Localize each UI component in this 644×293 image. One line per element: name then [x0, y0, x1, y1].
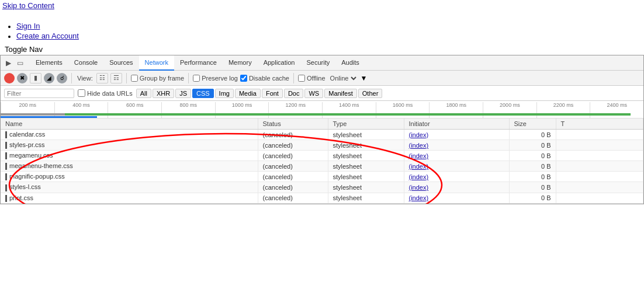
- offline-group: Offline: [298, 75, 326, 82]
- camera-button[interactable]: ▮: [30, 73, 41, 83]
- filter-other-button[interactable]: Other: [358, 89, 383, 98]
- nav-item-signin: Sign In: [16, 22, 639, 30]
- offline-checkbox[interactable]: [298, 75, 305, 82]
- clear-button[interactable]: ✖: [17, 73, 27, 83]
- timeline-blue-bar: [1, 116, 97, 118]
- tab-memory[interactable]: Memory: [223, 55, 258, 71]
- group-by-frame-checkbox[interactable]: [131, 75, 138, 82]
- table-header-row: Name Status Type Initiator Size T: [1, 118, 643, 130]
- hide-data-urls-group: Hide data URLs: [78, 89, 133, 97]
- network-table-container: Name Status Type Initiator Size T calend…: [1, 118, 643, 204]
- initiator-link[interactable]: (index): [409, 173, 429, 180]
- filter-manifest-button[interactable]: Manifest: [324, 89, 357, 98]
- cell-time: [556, 151, 643, 161]
- cell-name: megamenu-theme.css: [1, 161, 258, 172]
- table-row[interactable]: print.css(canceled)stylesheet(index)0 B: [1, 193, 643, 203]
- cell-name: megamenu.css: [1, 151, 258, 161]
- initiator-link[interactable]: (index): [409, 152, 429, 159]
- cell-initiator: (index): [404, 151, 509, 161]
- cell-status: (canceled): [258, 161, 328, 172]
- filter-xhr-button[interactable]: XHR: [153, 89, 174, 98]
- throttle-select[interactable]: Online: [328, 74, 358, 82]
- cell-type: stylesheet: [328, 130, 404, 140]
- network-table: Name Status Type Initiator Size T calend…: [1, 118, 643, 204]
- grid-view-button[interactable]: ☶: [110, 73, 122, 83]
- table-row[interactable]: styles-l.css(canceled)stylesheet(index)0…: [1, 182, 643, 193]
- tab-network[interactable]: Network: [139, 55, 174, 71]
- search-button[interactable]: ☌: [57, 73, 67, 83]
- cell-initiator: (index): [404, 130, 509, 140]
- col-header-time: T: [556, 118, 643, 130]
- disable-cache-checkbox[interactable]: [240, 75, 247, 82]
- table-row[interactable]: megamenu-theme.css(canceled)stylesheet(i…: [1, 161, 643, 172]
- cell-time: [556, 140, 643, 151]
- tab-security[interactable]: Security: [300, 55, 335, 71]
- tab-application[interactable]: Application: [258, 55, 301, 71]
- cell-time: [556, 172, 643, 182]
- filter-css-button[interactable]: CSS: [192, 89, 214, 98]
- initiator-link[interactable]: (index): [409, 163, 429, 170]
- view-label: View:: [77, 75, 93, 82]
- nav-item-create-account: Create an Account: [16, 32, 639, 40]
- initiator-link[interactable]: (index): [409, 184, 429, 191]
- cell-name: styles-pr.css: [1, 140, 258, 151]
- initiator-link[interactable]: (index): [409, 131, 429, 138]
- filter-all-button[interactable]: All: [136, 89, 151, 98]
- cell-size: 0 B: [509, 193, 556, 203]
- cell-initiator: (index): [404, 172, 509, 182]
- cell-type: stylesheet: [328, 140, 404, 151]
- initiator-link[interactable]: (index): [409, 194, 429, 201]
- filter-font-button[interactable]: Font: [262, 89, 283, 98]
- cursor-icon[interactable]: ▶: [3, 58, 13, 68]
- group-by-frame-group: Group by frame: [131, 75, 184, 82]
- preserve-log-checkbox[interactable]: [193, 75, 200, 82]
- cell-time: [556, 182, 643, 193]
- cell-size: 0 B: [509, 182, 556, 193]
- cell-name: print.css: [1, 193, 258, 203]
- record-stop-button[interactable]: [4, 73, 15, 83]
- table-row[interactable]: styles-pr.css(canceled)stylesheet(index)…: [1, 140, 643, 151]
- nav-item-empty: [16, 15, 639, 20]
- filter-button[interactable]: ◢: [44, 73, 54, 83]
- list-view-button[interactable]: ☷: [96, 73, 108, 83]
- table-row[interactable]: magnific-popup.css(canceled)stylesheet(i…: [1, 172, 643, 182]
- filter-input[interactable]: [4, 89, 74, 98]
- tab-elements[interactable]: Elements: [30, 55, 68, 71]
- timeline-bars: [1, 112, 643, 118]
- skip-to-content-link[interactable]: Skip to Content: [0, 0, 57, 11]
- tab-audits[interactable]: Audits: [335, 55, 365, 71]
- separator-4: [293, 73, 294, 83]
- hide-data-urls-checkbox[interactable]: [78, 89, 85, 97]
- filter-js-button[interactable]: JS: [175, 89, 191, 98]
- separator-2: [126, 73, 127, 83]
- cell-initiator: (index): [404, 182, 509, 193]
- cell-status: (canceled): [258, 172, 328, 182]
- filter-type-buttons: All XHR JS CSS Img Media Font Doc WS Man…: [136, 89, 383, 98]
- cell-type: stylesheet: [328, 182, 404, 193]
- cell-initiator: (index): [404, 193, 509, 203]
- tab-performance[interactable]: Performance: [174, 55, 223, 71]
- cell-status: (canceled): [258, 193, 328, 203]
- separator-1: [71, 73, 72, 83]
- sign-in-link[interactable]: Sign In: [16, 22, 40, 30]
- mobile-icon[interactable]: ▭: [15, 58, 25, 68]
- tab-sources[interactable]: Sources: [103, 55, 139, 71]
- initiator-link[interactable]: (index): [409, 142, 429, 149]
- create-account-link[interactable]: Create an Account: [16, 32, 79, 40]
- cell-type: stylesheet: [328, 161, 404, 172]
- cell-name: magnific-popup.css: [1, 172, 258, 182]
- filter-img-button[interactable]: Img: [215, 89, 234, 98]
- devtools-toolbar: ✖ ▮ ◢ ☌ View: ☷ ☶ Group by frame Preserv…: [1, 71, 643, 86]
- filter-ws-button[interactable]: WS: [304, 89, 323, 98]
- filter-doc-button[interactable]: Doc: [284, 89, 304, 98]
- col-header-initiator: Initiator: [404, 118, 509, 130]
- cell-size: 0 B: [509, 151, 556, 161]
- devtools-panel: ▶ ▭ Elements Console Sources Network Per…: [0, 55, 644, 204]
- table-row[interactable]: calendar.css(canceled)stylesheet(index)0…: [1, 130, 643, 140]
- filter-media-button[interactable]: Media: [235, 89, 261, 98]
- cell-initiator: (index): [404, 161, 509, 172]
- table-row[interactable]: megamenu.css(canceled)stylesheet(index)0…: [1, 151, 643, 161]
- cell-name: styles-l.css: [1, 182, 258, 193]
- tab-console[interactable]: Console: [68, 55, 103, 71]
- cell-time: [556, 193, 643, 203]
